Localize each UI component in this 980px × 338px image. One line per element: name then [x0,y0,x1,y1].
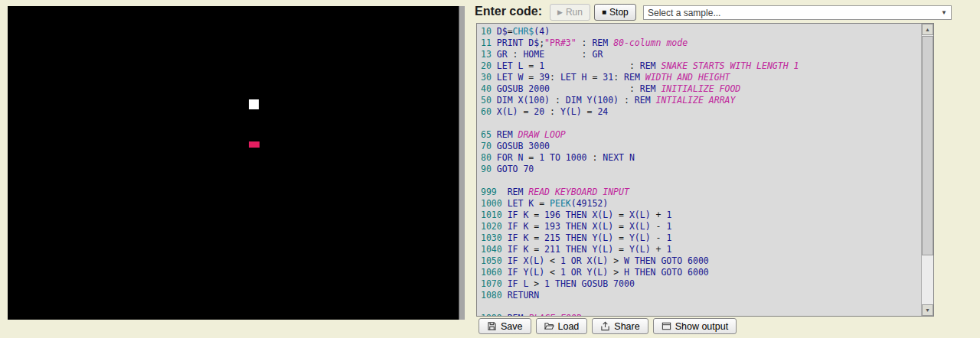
scroll-down-button[interactable]: ▼ [922,304,933,316]
share-button[interactable]: Share [592,318,648,334]
load-button[interactable]: Load [536,318,588,334]
code-line: 1070 IF L > 1 THEN GOSUB 7000 [481,278,921,290]
code-line: 50 DIM X(100) : DIM Y(100) : REM INTIALI… [481,95,921,106]
snake-block [249,99,259,109]
code-line [481,118,921,129]
code-line: 60 X(L) = 20 : Y(L) = 24 [481,106,921,118]
sample-select-value: Select a sample... [648,8,720,18]
code-line: 90 GOTO 70 [481,164,921,175]
enter-code-label: Enter code: [475,5,542,18]
sample-select[interactable]: Select a sample... ▼ [643,5,952,20]
emulator-screen[interactable] [8,6,465,320]
folder-open-icon [544,321,554,331]
show-output-button[interactable]: Show output [653,318,737,334]
run-button[interactable]: ▶ Run [550,4,590,21]
code-line: 1020 IF K = 193 THEN X(L) = X(L) - 1 [481,221,921,232]
scrollbar-thumb[interactable] [922,36,933,255]
scroll-up-button[interactable]: ▲ [922,24,933,35]
code-line: 1050 IF X(L) < 1 OR X(L) > W THEN GOTO 6… [481,255,921,267]
save-button-label: Save [501,321,523,332]
code-line: 40 GOSUB 2000 : REM INITIALIZE FOOD [481,83,921,95]
scroll-down-arrow-icon: ▼ [925,307,930,313]
show-output-icon [662,321,671,331]
scroll-up-arrow-icon: ▲ [925,27,930,32]
code-line: 30 LET W = 39: LET H = 31: REM WIDTH AND… [481,72,921,83]
code-line: 1000 LET K = PEEK(49152) [481,198,921,210]
stop-icon: ■ [602,8,606,16]
code-line: 10 D$=CHR$(4) [481,26,921,37]
code-line: 1030 IF K = 215 THEN Y(L) = Y(L) - 1 [481,232,921,244]
food-block [249,141,260,148]
code-line: 1060 IF Y(L) < 1 OR Y(L) > H THEN GOTO 6… [481,267,921,278]
code-line: 11 PRINT D$;"PR#3" : REM 80-column mode [481,37,921,49]
code-line: 999 REM READ KEYBOARD INPUT [481,187,921,198]
code-line: 20 LET L = 1 : REM SNAKE STARTS WITH LEN… [481,60,921,72]
screen-bezel [459,6,465,320]
run-button-label: Run [566,7,583,18]
share-icon [600,321,610,331]
code-line: 1010 IF K = 196 THEN X(L) = X(L) + 1 [481,210,921,221]
stop-button[interactable]: ■ Stop [594,4,636,21]
code-line: 1080 RETURN [481,290,921,301]
load-button-label: Load [558,321,580,332]
code-line: 70 GOSUB 3000 [481,141,921,152]
code-line: 65 REM DRAW LOOP [481,129,921,141]
save-button[interactable]: Save [479,318,531,334]
code-editor[interactable]: 10 D$=CHR$(4)11 PRINT D$;"PR#3" : REM 80… [476,23,934,317]
stop-button-label: Stop [609,7,629,18]
code-text[interactable]: 10 D$=CHR$(4)11 PRINT D$;"PR#3" : REM 80… [477,24,921,316]
show-output-button-label: Show output [675,321,729,332]
code-line: 1040 IF K = 211 THEN Y(L) = Y(L) + 1 [481,244,921,255]
action-bar: Save Load Share Show output [479,318,737,334]
code-line [481,175,921,187]
code-line: 13 GR : HOME : GR [481,49,921,60]
dropdown-arrow-icon: ▼ [941,9,947,16]
share-button-label: Share [614,321,639,332]
code-line: 80 FOR N = 1 TO 1000 : NEXT N [481,152,921,164]
code-line [481,301,921,313]
code-line: 1999 REM PLACE FOOD [481,313,921,316]
save-icon [487,321,497,331]
run-icon: ▶ [557,9,563,16]
editor-scrollbar[interactable]: ▲ ▼ [921,24,933,316]
